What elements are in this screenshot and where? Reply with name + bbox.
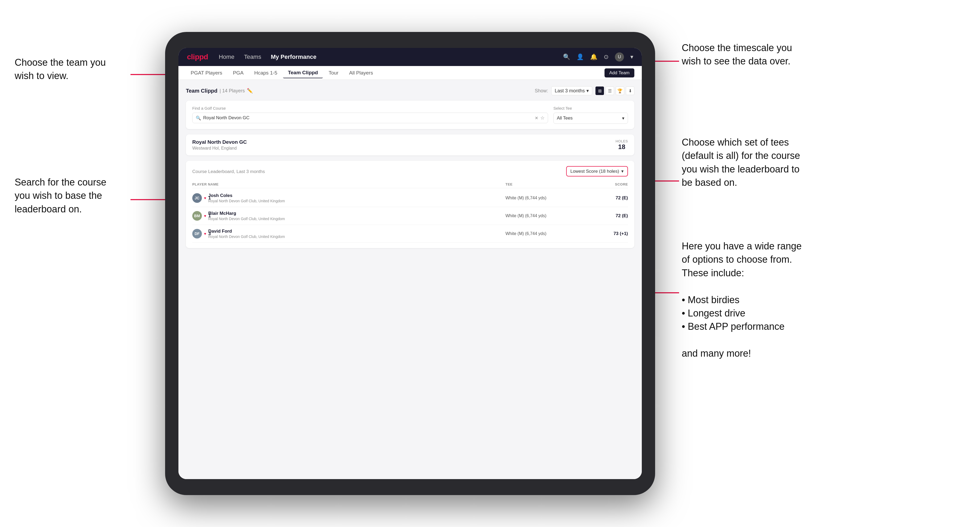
sub-nav-all-players[interactable]: All Players <box>344 68 378 78</box>
team-header: Team Clippd | 14 Players ✏️ Show: Last 3… <box>186 86 634 95</box>
dropdown-chevron-icon: ▾ <box>586 88 589 94</box>
annotation-score-options: Here you have a wide range of options to… <box>682 240 802 360</box>
score-type-dropdown[interactable]: Lowest Score (18 holes) ▾ <box>566 166 628 176</box>
search-icon[interactable]: 🔍 <box>563 54 570 60</box>
leaderboard-header: Course Leaderboard, Last 3 months Lowest… <box>192 166 628 176</box>
course-leaderboard: Course Leaderboard, Last 3 months Lowest… <box>186 161 634 248</box>
player-cell-1: Josh Coles Royal North Devon Golf Club, … <box>208 193 506 203</box>
edit-icon[interactable]: ✏️ <box>247 88 253 94</box>
list-view-button[interactable]: ☰ <box>606 86 614 95</box>
chevron-down-icon[interactable]: ▾ <box>630 54 633 60</box>
table-row: JC ♥ 1 Josh Coles Royal North Devon Golf… <box>192 189 628 207</box>
annotation-top-left: Choose the team you wish to view. <box>14 56 106 83</box>
grid-view-button[interactable]: ⊞ <box>595 86 604 95</box>
heart-icon-1[interactable]: ♥ <box>204 196 206 200</box>
find-course-label: Find a Golf Course <box>192 106 548 110</box>
leaderboard-table: PLAYER NAME TEE SCORE JC ♥ 1 J <box>192 181 628 243</box>
search-icon: 🔍 <box>196 116 201 121</box>
tee-select-label: Select Tee <box>554 106 628 110</box>
app-logo: clippd <box>187 53 208 61</box>
settings-icon[interactable]: ⊙ <box>604 54 609 60</box>
time-period-dropdown[interactable]: Last 3 months ▾ <box>551 86 592 95</box>
nav-my-performance[interactable]: My Performance <box>271 54 317 60</box>
tee-dropdown[interactable]: All Tees ▾ <box>554 113 628 124</box>
show-controls: Show: Last 3 months ▾ ⊞ ☰ 🏆 ⬇ <box>535 86 634 95</box>
player-club-1: Royal North Devon Golf Club, United King… <box>208 199 285 203</box>
score-cell-3: 73 (+1) <box>585 231 628 237</box>
sub-nav-tabs: PGAT Players PGA Hcaps 1-5 Team Clippd T… <box>186 68 378 78</box>
annotation-mid-left: Search for the course you wish to base t… <box>14 176 106 216</box>
nav-links: Home Teams My Performance <box>219 54 563 60</box>
table-header: PLAYER NAME TEE SCORE <box>192 181 628 188</box>
tee-select-group: Select Tee All Tees ▾ <box>554 106 628 124</box>
player-name-3: David Ford <box>208 229 285 234</box>
heart-icon-2[interactable]: ♥ <box>204 214 206 218</box>
col-header-player: PLAYER NAME <box>192 182 506 186</box>
top-navigation: clippd Home Teams My Performance 🔍 👤 🔔 ⊙… <box>178 48 642 66</box>
sub-nav-tour[interactable]: Tour <box>324 68 343 78</box>
col-header-score: SCORE <box>585 182 628 186</box>
player-name-2: Blair McHarg <box>208 211 285 216</box>
favorite-icon[interactable]: ☆ <box>540 115 545 121</box>
tablet-screen: clippd Home Teams My Performance 🔍 👤 🔔 ⊙… <box>178 48 642 479</box>
table-row: DF ♥ 3 David Ford Royal North Devon Golf… <box>192 225 628 243</box>
download-button[interactable]: ⬇ <box>626 86 634 95</box>
avatar[interactable]: U <box>615 52 624 62</box>
view-mode-controls: ⊞ ☰ 🏆 ⬇ <box>595 86 634 95</box>
holes-number: 18 <box>616 143 628 151</box>
tee-chevron-icon: ▾ <box>622 116 625 121</box>
tee-cell-1: White (M) (6,744 yds) <box>506 195 585 200</box>
tablet-device: clippd Home Teams My Performance 🔍 👤 🔔 ⊙… <box>165 32 655 495</box>
player-info-1: Josh Coles Royal North Devon Golf Club, … <box>208 193 285 203</box>
player-cell-3: David Ford Royal North Devon Golf Club, … <box>208 229 506 239</box>
player-name-1: Josh Coles <box>208 193 285 198</box>
course-name: Royal North Devon GC <box>192 139 247 145</box>
holes-badge: Holes 18 <box>616 139 628 151</box>
course-info: Royal North Devon GC Westward Hol, Engla… <box>192 139 247 151</box>
avatar-2: BM <box>192 211 202 221</box>
rank-cell-3: DF ♥ 3 <box>192 229 208 238</box>
course-search-area: Find a Golf Course 🔍 ✕ ☆ Select Tee All … <box>186 101 634 129</box>
annotation-top-right: Choose the timescale you wish to see the… <box>682 41 792 68</box>
nav-teams[interactable]: Teams <box>244 54 261 60</box>
player-info-2: Blair McHarg Royal North Devon Golf Club… <box>208 211 285 221</box>
course-result-card: Royal North Devon GC Westward Hol, Engla… <box>186 135 634 156</box>
leaderboard-title: Course Leaderboard, Last 3 months <box>192 168 265 174</box>
heart-icon-3[interactable]: ♥ <box>204 232 206 236</box>
score-cell-1: 72 (E) <box>585 195 628 201</box>
profile-icon[interactable]: 👤 <box>577 54 584 60</box>
player-info-3: David Ford Royal North Devon Golf Club, … <box>208 229 285 239</box>
find-course-group: Find a Golf Course 🔍 ✕ ☆ <box>192 106 548 124</box>
course-search-input[interactable] <box>203 115 533 121</box>
sub-nav-pgat[interactable]: PGAT Players <box>186 68 227 78</box>
annotation-tees: Choose which set of tees (default is all… <box>682 136 800 189</box>
show-label: Show: <box>535 88 548 94</box>
rank-cell-1: JC ♥ 1 <box>192 193 208 203</box>
team-title: Team Clippd | 14 Players <box>186 88 245 94</box>
notification-icon[interactable]: 🔔 <box>590 54 597 60</box>
search-row: Find a Golf Course 🔍 ✕ ☆ Select Tee All … <box>192 106 628 124</box>
course-location: Westward Hol, England <box>192 146 247 151</box>
main-content: Team Clippd | 14 Players ✏️ Show: Last 3… <box>178 80 642 479</box>
rank-cell-2: BM ♥ 1 <box>192 211 208 221</box>
score-cell-2: 72 (E) <box>585 213 628 219</box>
col-header-tee: TEE <box>506 182 585 186</box>
tee-cell-3: White (M) (6,744 yds) <box>506 231 585 236</box>
avatar-3: DF <box>192 229 202 238</box>
avatar-1: JC <box>192 193 202 203</box>
clear-search-icon[interactable]: ✕ <box>535 116 538 121</box>
sub-nav-hcaps[interactable]: Hcaps 1-5 <box>250 68 282 78</box>
trophy-view-button[interactable]: 🏆 <box>616 86 624 95</box>
holes-label: Holes <box>616 139 628 143</box>
player-cell-2: Blair McHarg Royal North Devon Golf Club… <box>208 211 506 221</box>
sub-nav-pga[interactable]: PGA <box>228 68 248 78</box>
score-type-chevron-icon: ▾ <box>621 168 624 174</box>
player-club-2: Royal North Devon Golf Club, United King… <box>208 217 285 221</box>
add-team-button[interactable]: Add Team <box>605 68 634 78</box>
tee-cell-2: White (M) (6,744 yds) <box>506 213 585 218</box>
team-player-count: | 14 Players <box>220 88 245 94</box>
sub-navigation: PGAT Players PGA Hcaps 1-5 Team Clippd T… <box>178 66 642 80</box>
table-row: BM ♥ 1 Blair McHarg Royal North Devon Go… <box>192 207 628 225</box>
nav-home[interactable]: Home <box>219 54 234 60</box>
sub-nav-team-clippd[interactable]: Team Clippd <box>283 68 323 78</box>
